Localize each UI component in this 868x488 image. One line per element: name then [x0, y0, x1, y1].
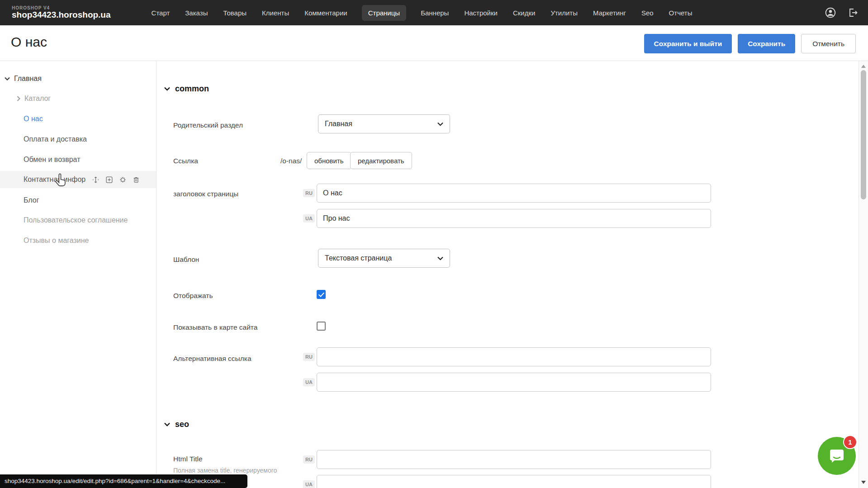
template-select[interactable]: Текстовая страница: [318, 249, 450, 268]
template-value: Текстовая страница: [325, 254, 392, 262]
html-title-ua-input[interactable]: [317, 475, 711, 488]
topbar: HOROSHOP V4 shop34423.horoshop.ua Старт …: [0, 0, 868, 25]
menu-pages[interactable]: Страницы: [362, 5, 406, 21]
collapse-chevron-icon[interactable]: [164, 422, 170, 426]
page-title-field-label: заголовок страницы: [173, 190, 238, 198]
sidebar-item-actions: [92, 176, 140, 184]
alt-link-label: Альтернативная ссылка: [173, 355, 251, 363]
delete-trash-icon[interactable]: [133, 176, 140, 184]
brand-domain: shop34423.horoshop.ua: [12, 10, 111, 20]
chevron-right-icon[interactable]: [17, 96, 20, 101]
collapse-chevron-icon[interactable]: [164, 87, 170, 91]
scrollbar-track[interactable]: [859, 61, 868, 488]
settings-gear-icon[interactable]: [119, 176, 127, 184]
chat-bubble-icon: [827, 446, 846, 465]
html-title-hint: Полная замена title, генерируемого: [173, 467, 277, 474]
display-checkbox[interactable]: [317, 290, 326, 299]
lang-badge-ru: RU: [303, 189, 315, 197]
sitemap-label: Показывать в карте сайта: [173, 323, 257, 332]
brand: HOROSHOP V4 shop34423.horoshop.ua: [12, 5, 111, 20]
save-and-exit-button[interactable]: Сохранить и выйти: [644, 34, 732, 53]
app-window: HOROSHOP V4 shop34423.horoshop.ua Старт …: [0, 0, 868, 488]
lang-badge-ua: UA: [303, 480, 315, 488]
link-path: /o-nas/: [280, 157, 302, 165]
sidebar-item-label: Главная: [14, 75, 42, 83]
sidebar-separator: [156, 61, 157, 488]
section-common[interactable]: common: [164, 84, 209, 94]
chevron-down-icon: [437, 256, 443, 261]
menu-seo[interactable]: Seo: [640, 5, 655, 21]
html-title-label: Html Title: [173, 455, 203, 463]
sidebar-item-label: Обмен и возврат: [24, 156, 80, 164]
topbar-icons: [825, 7, 858, 19]
sidebar-item-label: Пользовательское соглашение: [24, 216, 128, 224]
sidebar-item-contact-info[interactable]: Контактная инфор: [0, 171, 156, 188]
sidebar-item-home[interactable]: Главная: [0, 71, 156, 86]
parent-section-select[interactable]: Главная: [318, 114, 450, 133]
sidebar-item-blog[interactable]: Блог: [0, 193, 156, 208]
save-button[interactable]: Сохранить: [738, 34, 795, 53]
menu-comments[interactable]: Комментарии: [304, 5, 348, 21]
lang-badge-ru: RU: [303, 353, 315, 361]
sidebar-item-payment-delivery[interactable]: Оплата и доставка: [0, 132, 156, 147]
sidebar-item-user-agreement[interactable]: Пользовательское соглашение: [0, 213, 156, 227]
template-label: Шаблон: [173, 256, 199, 264]
section-seo-label: seo: [175, 420, 189, 429]
lang-badge-ru: RU: [303, 455, 315, 464]
menu-reports[interactable]: Отчеты: [668, 5, 693, 21]
lang-badge-ua: UA: [303, 214, 315, 223]
sitemap-checkbox[interactable]: [317, 322, 326, 331]
link-edit-button[interactable]: редактировать: [350, 152, 412, 169]
page-title-ru-input[interactable]: [317, 184, 711, 203]
scrollbar-up-arrow[interactable]: [861, 65, 866, 68]
menu-banners[interactable]: Баннеры: [420, 5, 450, 21]
alt-link-ua-input[interactable]: [317, 373, 711, 392]
sidebar-item-label: Оплата и доставка: [24, 135, 87, 143]
sidebar-page-tree: Главная Каталог О нас Оплата и доставка …: [0, 61, 156, 488]
html-title-ru-input[interactable]: [317, 450, 711, 469]
sidebar-item-label: Контактная инфор: [24, 175, 85, 184]
parent-section-value: Главная: [325, 120, 352, 128]
menu-orders[interactable]: Заказы: [184, 5, 209, 21]
move-icon[interactable]: [92, 176, 100, 184]
add-page-icon[interactable]: [105, 176, 113, 184]
scrollbar-thumb[interactable]: [861, 70, 866, 199]
menu-discounts[interactable]: Скидки: [512, 5, 536, 21]
sidebar-item-label: Каталог: [24, 95, 51, 103]
menu-clients[interactable]: Клиенты: [261, 5, 290, 21]
sidebar-item-catalog[interactable]: Каталог: [0, 91, 156, 106]
user-account-icon[interactable]: [825, 7, 836, 19]
display-label: Отображать: [173, 292, 213, 300]
status-url-bar: shop34423.horoshop.ua/edit/edit.php?id=6…: [0, 474, 247, 488]
page-title-ua-input[interactable]: [317, 209, 711, 228]
sidebar-item-store-reviews[interactable]: Отзывы о магазине: [0, 233, 156, 248]
lang-badge-ua: UA: [303, 378, 315, 386]
section-common-label: common: [175, 84, 209, 94]
sidebar-item-about[interactable]: О нас: [0, 112, 156, 126]
menu-utilities[interactable]: Утилиты: [550, 5, 579, 21]
sidebar-item-label: Отзывы о магазине: [24, 237, 89, 245]
menu-start[interactable]: Старт: [151, 5, 171, 21]
scrollbar-down-arrow[interactable]: [861, 481, 866, 484]
alt-link-ru-input[interactable]: [317, 347, 711, 366]
link-refresh-button[interactable]: обновить: [307, 152, 351, 169]
logout-icon[interactable]: [847, 7, 858, 18]
section-seo[interactable]: seo: [164, 420, 189, 429]
parent-section-label: Родительский раздел: [173, 121, 243, 129]
sidebar-item-label: О нас: [24, 115, 43, 123]
chat-notification-badge: 1: [843, 435, 857, 449]
page-header: О нас Сохранить и выйти Сохранить Отмени…: [0, 25, 868, 61]
cancel-button[interactable]: Отменить: [801, 34, 856, 53]
top-menu: Старт Заказы Товары Клиенты Комментарии …: [151, 5, 693, 21]
page-title: О нас: [11, 34, 47, 50]
sidebar-item-exchange-return[interactable]: Обмен и возврат: [0, 152, 156, 167]
chevron-down-icon: [437, 122, 443, 126]
header-buttons: Сохранить и выйти Сохранить Отменить: [644, 34, 856, 53]
sidebar-item-label: Блог: [24, 196, 39, 204]
chevron-down-icon[interactable]: [5, 77, 10, 81]
menu-marketing[interactable]: Маркетинг: [592, 5, 627, 21]
menu-products[interactable]: Товары: [222, 5, 247, 21]
menu-settings[interactable]: Настройки: [463, 5, 498, 21]
link-label: Ссылка: [173, 157, 198, 165]
